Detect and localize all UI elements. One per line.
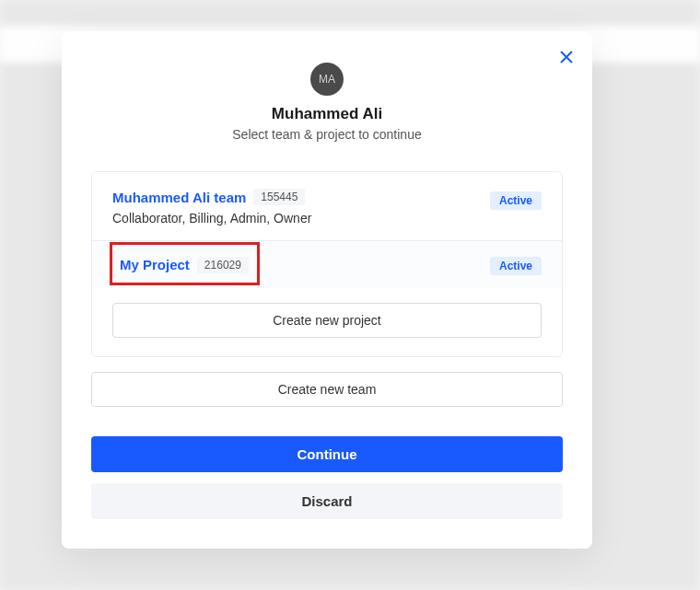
team-project-modal: MA Muhammed Ali Select team & project to…: [62, 31, 592, 549]
create-new-project-button[interactable]: Create new project: [112, 303, 542, 338]
avatar-initials: MA: [319, 73, 335, 86]
modal-subtitle: Select team & project to continue: [62, 127, 592, 142]
team-card: Muhammed Ali team 155445 Collaborator, B…: [91, 171, 563, 357]
user-name: Muhammed Ali: [62, 105, 592, 123]
project-id-badge: 216029: [197, 257, 249, 273]
continue-button[interactable]: Continue: [91, 436, 563, 472]
project-status-badge: Active: [490, 257, 542, 275]
close-button[interactable]: [557, 48, 576, 66]
team-row[interactable]: Muhammed Ali team 155445 Collaborator, B…: [92, 172, 562, 241]
team-status-badge: Active: [490, 191, 542, 210]
team-name: Muhammed Ali team: [112, 190, 246, 205]
project-name: My Project: [120, 257, 190, 272]
project-row[interactable]: My Project 216029 Active: [92, 241, 562, 288]
team-id-badge: 155445: [253, 189, 305, 205]
avatar: MA: [310, 63, 344, 96]
create-new-team-button[interactable]: Create new team: [91, 372, 563, 407]
discard-button[interactable]: Discard: [91, 483, 563, 519]
close-icon: [560, 51, 573, 64]
team-roles: Collaborator, Billing, Admin, Owner: [112, 211, 490, 226]
